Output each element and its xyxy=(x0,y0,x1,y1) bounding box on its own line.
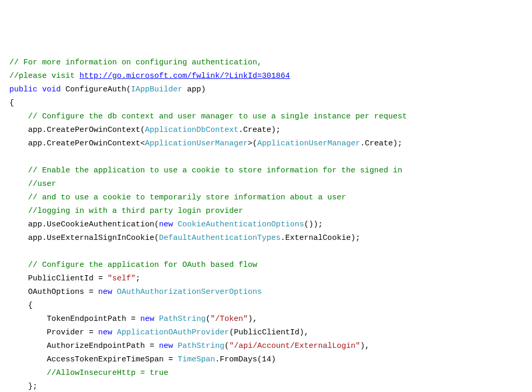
indent xyxy=(9,274,28,283)
gen-close: >( xyxy=(248,139,257,148)
indent xyxy=(9,355,47,364)
paren: ( xyxy=(206,315,210,323)
call-end: .Create); xyxy=(360,139,402,148)
indent xyxy=(9,139,28,148)
call-end: .Create); xyxy=(238,126,281,134)
indent xyxy=(9,166,28,175)
doc-link[interactable]: http://go.microsoft.com/fwlink/?LinkId=3… xyxy=(79,72,290,80)
type-dat: DefaultAuthenticationTypes xyxy=(159,234,281,242)
indent xyxy=(9,261,28,269)
keyword-new: new xyxy=(159,220,173,229)
type-aum: ApplicationUserManager xyxy=(257,139,360,148)
param-app: app) xyxy=(182,85,206,94)
comment-line: // Enable the application to use a cooki… xyxy=(28,166,407,175)
comment-line: // Configure the application for OAuth b… xyxy=(28,261,257,269)
keyword-new: new xyxy=(98,328,112,337)
indent xyxy=(9,193,28,202)
indent xyxy=(9,382,28,391)
type-cao: CookieAuthenticationOptions xyxy=(178,220,304,229)
assign: Provider = xyxy=(47,328,98,337)
assign: AccessTokenExpireTimeSpan = xyxy=(47,355,178,364)
assign: TokenEndpointPath = xyxy=(47,315,140,323)
call: app.CreatePerOwinContext( xyxy=(28,126,145,134)
indent xyxy=(9,207,28,215)
call-end: .FromDays(14) xyxy=(215,355,276,364)
comment-line: //logging in with a third party login pr… xyxy=(28,207,243,215)
close-brace: }; xyxy=(28,382,37,391)
indent xyxy=(9,126,28,134)
assign: AuthorizeEndpointPath = xyxy=(47,342,159,350)
type-pathstring: PathString xyxy=(178,342,224,350)
indent xyxy=(9,234,28,242)
type-iappbuilder: IAppBuilder xyxy=(131,85,182,94)
comment-line: // and to use a cookie to temporarily st… xyxy=(28,193,351,202)
comma: ), xyxy=(248,315,257,323)
type-appdbcontext: ApplicationDbContext xyxy=(145,126,238,134)
keyword-new: new xyxy=(140,315,154,323)
type-aop: ApplicationOAuthProvider xyxy=(117,328,229,337)
comment-line: //user xyxy=(28,180,56,188)
keyword-public: public xyxy=(9,85,37,94)
indent xyxy=(9,369,47,377)
args: (PublicClientId), xyxy=(229,328,309,337)
comma: ), xyxy=(360,342,369,350)
call: app.UseCookieAuthentication( xyxy=(28,220,159,229)
string-token: "/Token" xyxy=(210,315,248,323)
code-block: // For more information on configuring a… xyxy=(9,56,532,392)
keyword-void: void xyxy=(42,85,61,94)
indent xyxy=(9,342,47,350)
comment-line: //please visit http://go.microsoft.com/f… xyxy=(9,72,290,80)
open-brace: { xyxy=(9,99,14,107)
type-oaso: OAuthAuthorizationServerOptions xyxy=(117,288,262,296)
assign: OAuthOptions = xyxy=(28,288,98,296)
paren: ( xyxy=(224,342,229,350)
indent xyxy=(9,315,47,323)
type-aum: ApplicationUserManager xyxy=(145,139,248,148)
call-end: .ExternalCookie); xyxy=(281,234,360,242)
comment-line: // Configure the db context and user man… xyxy=(28,112,407,121)
assign: PublicClientId = xyxy=(28,274,108,283)
comment-line: //AllowInsecureHttp = true xyxy=(47,369,168,377)
indent xyxy=(9,220,28,229)
method-name: ConfigureAuth( xyxy=(61,85,131,94)
open-brace: { xyxy=(28,301,33,310)
semicolon: ; xyxy=(136,274,140,283)
call-end: ()); xyxy=(304,220,323,229)
keyword-new: new xyxy=(159,342,173,350)
type-timespan: TimeSpan xyxy=(178,355,215,364)
indent xyxy=(9,112,28,121)
call: app.CreatePerOwinContext< xyxy=(28,139,145,148)
indent xyxy=(9,180,28,188)
indent xyxy=(9,328,47,337)
comment-line: // For more information on configuring a… xyxy=(9,58,267,67)
indent xyxy=(9,288,28,296)
indent xyxy=(9,301,28,310)
string-extlogin: "/api/Account/ExternalLogin" xyxy=(229,342,360,350)
keyword-new: new xyxy=(98,288,112,296)
type-pathstring: PathString xyxy=(159,315,206,323)
string-self: "self" xyxy=(108,274,136,283)
call: app.UseExternalSignInCookie( xyxy=(28,234,159,242)
